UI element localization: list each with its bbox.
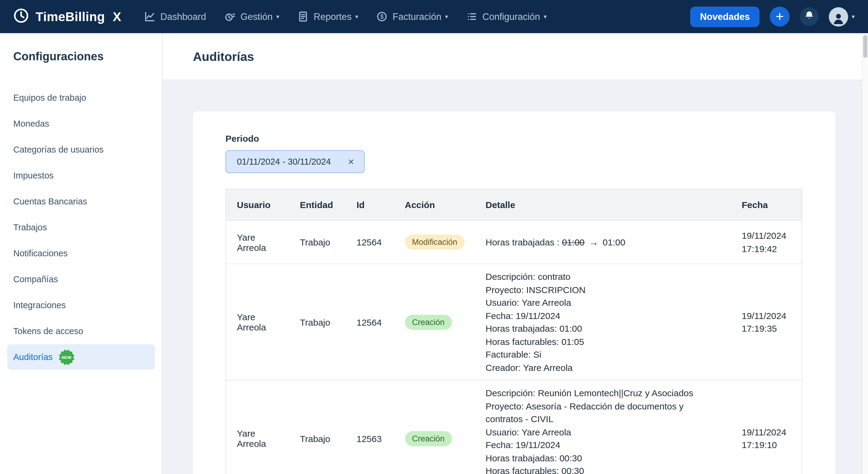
sidebar-item-label: Auditorías — [13, 352, 53, 362]
chevron-down-icon: ▾ — [445, 13, 448, 20]
nav-label: Reportes — [314, 11, 352, 22]
sidebar-item-label: Integraciones — [13, 300, 66, 310]
cell-entidad: Trabajo — [289, 380, 346, 474]
cell-detalle: Horas trabajadas : 01:00→01:00 — [475, 220, 731, 264]
app-window: TimeBilling X Dashboard — [0, 0, 868, 474]
sidebar-item-label: Cuentas Bancarias — [13, 197, 87, 206]
fecha-time: 17:19:10 — [742, 438, 795, 451]
nav-configuracion[interactable]: Configuración ▾ — [466, 11, 547, 22]
detail-line: Descripción: Reunión Lemontech||Cruz y A… — [486, 387, 720, 399]
period-label: Periodo — [225, 133, 802, 144]
table-row: Yare Arreola Trabajo 12564 Modificación … — [226, 220, 802, 264]
cell-id: 12563 — [346, 380, 394, 474]
sidebar-menu: Equipos de trabajo Monedas Categorías de… — [0, 85, 162, 370]
col-fecha: Fecha — [731, 189, 802, 220]
status-badge-creacion: Creación — [405, 431, 452, 446]
cell-accion: Modificación — [394, 220, 475, 264]
nav-facturacion[interactable]: $ Facturación ▾ — [376, 11, 448, 22]
detail-old-value: 01:00 — [562, 237, 584, 247]
main-nav: Dashboard Gestión ▾ — [144, 11, 547, 22]
chevron-down-icon: ▾ — [276, 13, 279, 20]
main-area: Auditorías Periodo 01/11/2024 - 30/11/20… — [163, 33, 862, 474]
col-entidad: Entidad — [289, 189, 346, 220]
sidebar-item-tokens-de-acceso[interactable]: Tokens de acceso — [7, 318, 155, 344]
user-menu[interactable]: ▾ — [829, 7, 855, 26]
cell-accion: Creación — [394, 380, 475, 474]
fecha-time: 17:19:35 — [742, 322, 795, 335]
cell-detalle: Descripción: contrato Proyecto: INSCRIPC… — [475, 264, 731, 380]
cell-usuario: Yare Arreola — [226, 220, 289, 264]
fecha-date: 19/11/2024 — [742, 229, 795, 242]
sidebar-item-notificaciones[interactable]: Notificaciones — [7, 241, 155, 266]
notifications-button[interactable] — [800, 7, 818, 26]
plus-icon: + — [776, 7, 784, 25]
col-accion: Acción — [394, 189, 475, 220]
sidebar-item-auditorias[interactable]: Auditorías NEW — [7, 344, 155, 370]
sidebar-item-label: Notificaciones — [13, 248, 68, 258]
cell-fecha: 19/11/2024 17:19:42 — [731, 220, 802, 264]
cell-entidad: Trabajo — [289, 264, 346, 380]
fecha-time: 17:19:42 — [742, 242, 795, 255]
sidebar-item-cuentas-bancarias[interactable]: Cuentas Bancarias — [7, 189, 155, 214]
sidebar-item-categorias-de-usuarios[interactable]: Categorías de usuarios — [7, 137, 155, 162]
cell-id: 12564 — [346, 264, 394, 380]
cell-fecha: 19/11/2024 17:19:35 — [731, 264, 802, 380]
brand-suffix: X — [113, 9, 121, 24]
new-badge: NEW — [59, 349, 74, 365]
sidebar-item-integraciones[interactable]: Integraciones — [7, 293, 155, 318]
reportes-document-icon — [298, 11, 309, 22]
sidebar-item-impuestos[interactable]: Impuestos — [7, 163, 155, 188]
brand-logo-icon — [12, 6, 30, 27]
detail-line: Facturable: Si — [486, 348, 720, 361]
nav-gestion[interactable]: Gestión ▾ — [224, 11, 279, 22]
nav-reportes[interactable]: Reportes ▾ — [298, 11, 358, 22]
facturacion-dollar-icon: $ — [376, 11, 388, 22]
brand[interactable]: TimeBilling X — [12, 6, 121, 27]
detail-new-value: 01:00 — [603, 237, 625, 247]
svg-text:$: $ — [380, 13, 384, 20]
detail-line: Horas trabajadas: 00:30 — [486, 451, 720, 464]
nav-label: Dashboard — [160, 11, 206, 22]
scrollbar-thumb[interactable] — [863, 35, 867, 58]
novedades-button[interactable]: Novedades — [690, 6, 760, 27]
sidebar-item-equipos-de-trabajo[interactable]: Equipos de trabajo — [7, 85, 155, 110]
sidebar-item-companias[interactable]: Compañías — [7, 267, 155, 292]
sidebar-item-trabajos[interactable]: Trabajos — [7, 215, 155, 240]
date-range-chip[interactable]: 01/11/2024 - 30/11/2024 ✕ — [225, 150, 365, 173]
detail-line: Horas facturables: 00:30 — [486, 464, 720, 474]
brand-name: TimeBilling — [36, 9, 105, 24]
top-navbar: TimeBilling X Dashboard — [0, 0, 868, 33]
nav-label: Gestión — [241, 11, 273, 22]
add-button[interactable]: + — [770, 7, 789, 27]
scrollbar[interactable] — [862, 33, 868, 474]
sidebar-item-label: Equipos de trabajo — [13, 93, 86, 102]
page-title: Auditorías — [193, 49, 254, 64]
close-icon[interactable]: ✕ — [348, 157, 354, 166]
cell-entidad: Trabajo — [289, 220, 346, 264]
nav-dashboard[interactable]: Dashboard — [144, 11, 206, 22]
detail-line: Usuario: Yare Arreola — [486, 425, 720, 438]
sidebar-item-label: Categorías de usuarios — [13, 145, 104, 154]
sidebar-item-monedas[interactable]: Monedas — [7, 111, 155, 136]
cell-usuario: Yare Arreola — [226, 264, 289, 380]
dashboard-chart-icon — [144, 11, 156, 22]
detail-line: Fecha: 19/11/2024 — [486, 438, 720, 451]
detail-line: Proyecto: Asesoría - Redacción de docume… — [486, 399, 720, 425]
fecha-date: 19/11/2024 — [742, 309, 795, 322]
sidebar-item-label: Monedas — [13, 119, 49, 128]
col-id: Id — [346, 189, 394, 220]
cell-id: 12564 — [346, 220, 394, 264]
detail-line: Creador: Yare Arreola — [486, 361, 720, 374]
nav-label: Configuración — [483, 11, 540, 22]
navbar-actions: Novedades + — [690, 6, 855, 27]
table-row: Yare Arreola Trabajo 12563 Creación Desc… — [226, 380, 802, 474]
fecha-date: 19/11/2024 — [742, 425, 795, 438]
sidebar-item-label: Impuestos — [13, 171, 54, 180]
cell-usuario: Yare Arreola — [226, 380, 289, 474]
sidebar: Configuraciones Equipos de trabajo Moned… — [0, 33, 163, 474]
chevron-down-icon: ▾ — [355, 13, 358, 20]
bell-icon — [804, 10, 814, 23]
arrow-right-icon: → — [589, 237, 598, 247]
sidebar-title: Configuraciones — [13, 50, 162, 63]
sidebar-item-label: Trabajos — [13, 223, 47, 232]
